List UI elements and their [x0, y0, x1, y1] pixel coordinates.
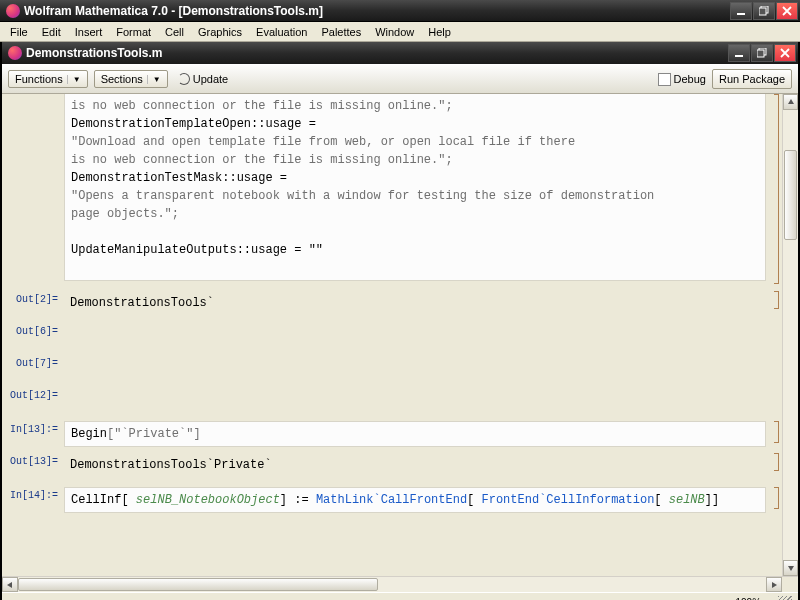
run-package-button[interactable]: Run Package [712, 69, 792, 89]
app-title: Wolfram Mathematica 7.0 - [Demonstration… [24, 4, 729, 18]
resize-grip[interactable] [778, 596, 792, 601]
output-cell-12[interactable] [64, 387, 766, 411]
scroll-left-button[interactable] [2, 577, 18, 592]
cell-label-out6: Out[6]= [2, 323, 64, 337]
scroll-up-button[interactable] [783, 94, 798, 110]
notebook-pane[interactable]: is no web connection or the file is miss… [2, 94, 782, 576]
svg-rect-2 [759, 8, 766, 15]
code-row: In[13]:= Begin["`Private`"] [2, 421, 782, 447]
svg-rect-3 [735, 55, 743, 57]
debug-checkbox[interactable] [658, 73, 671, 86]
doc-title: DemonstrationsTools.m [26, 46, 727, 60]
window-controls [729, 2, 798, 20]
scroll-track-h[interactable] [18, 577, 766, 592]
functions-label: Functions [15, 73, 63, 85]
input-cell-14[interactable]: CellInf[ selNB_NotebookObject] := MathLi… [64, 487, 766, 513]
menu-help[interactable]: Help [421, 24, 458, 40]
code-row: Out[2]= DemonstrationsTools` [2, 291, 782, 315]
scroll-thumb-h[interactable] [18, 578, 378, 591]
menu-cell[interactable]: Cell [158, 24, 191, 40]
restore-button[interactable] [753, 2, 775, 20]
statusbar: 100% ▼ [2, 592, 798, 600]
cell-label-in14: In[14]:= [2, 487, 64, 501]
cell-label-out12: Out[12]= [2, 387, 64, 401]
menu-insert[interactable]: Insert [68, 24, 110, 40]
refresh-icon [178, 73, 190, 85]
menu-file[interactable]: File [3, 24, 35, 40]
menu-evaluation[interactable]: Evaluation [249, 24, 314, 40]
content-area: is no web connection or the file is miss… [2, 94, 798, 576]
minimize-button[interactable] [730, 2, 752, 20]
chevron-down-icon: ▼ [147, 75, 161, 84]
cell-label-blank [2, 94, 64, 97]
app-titlebar: Wolfram Mathematica 7.0 - [Demonstration… [0, 0, 800, 22]
cell-label-out13: Out[13]= [2, 453, 64, 467]
functions-dropdown[interactable]: Functions ▼ [8, 70, 88, 88]
output-cell-6[interactable] [64, 323, 766, 347]
scroll-thumb[interactable] [784, 150, 797, 240]
doc-minimize-button[interactable] [728, 44, 750, 62]
debug-label: Debug [674, 73, 706, 85]
cell-label-in13: In[13]:= [2, 421, 64, 435]
debug-checkbox-wrap[interactable]: Debug [658, 73, 706, 86]
code-row: Out[7]= [2, 355, 782, 379]
update-link[interactable]: Update [178, 73, 228, 85]
menu-edit[interactable]: Edit [35, 24, 68, 40]
code-row: Out[6]= [2, 323, 782, 347]
chevron-down-icon: ▼ [67, 75, 81, 84]
cell-label-out7: Out[7]= [2, 355, 64, 369]
input-cell-13[interactable]: Begin["`Private`"] [64, 421, 766, 447]
menu-window[interactable]: Window [368, 24, 421, 40]
doc-restore-button[interactable] [751, 44, 773, 62]
toolbar: Functions ▼ Sections ▼ Update Debug Run … [2, 64, 798, 94]
scroll-down-button[interactable] [783, 560, 798, 576]
output-cell-2[interactable]: DemonstrationsTools` [64, 291, 766, 315]
input-cell-top[interactable]: is no web connection or the file is miss… [64, 94, 766, 281]
vertical-scrollbar[interactable] [782, 94, 798, 576]
menubar: File Edit Insert Format Cell Graphics Ev… [0, 22, 800, 42]
app-icon [6, 4, 20, 18]
doc-window-controls [727, 44, 796, 62]
code-row: In[14]:= CellInf[ selNB_NotebookObject] … [2, 487, 782, 513]
doc-icon [8, 46, 22, 60]
svg-rect-5 [757, 50, 764, 57]
code-row: is no web connection or the file is miss… [2, 94, 782, 281]
menu-palettes[interactable]: Palettes [314, 24, 368, 40]
output-cell-7[interactable] [64, 355, 766, 379]
sections-dropdown[interactable]: Sections ▼ [94, 70, 168, 88]
close-button[interactable] [776, 2, 798, 20]
menu-graphics[interactable]: Graphics [191, 24, 249, 40]
horizontal-scrollbar[interactable] [2, 576, 798, 592]
code-row: Out[12]= [2, 387, 782, 411]
code-row: Out[13]= DemonstrationsTools`Private` [2, 453, 782, 477]
doc-close-button[interactable] [774, 44, 796, 62]
scroll-right-button[interactable] [766, 577, 782, 592]
menu-format[interactable]: Format [109, 24, 158, 40]
sections-label: Sections [101, 73, 143, 85]
document-titlebar: DemonstrationsTools.m [2, 42, 798, 64]
update-label: Update [193, 73, 228, 85]
cell-label-out2: Out[2]= [2, 291, 64, 305]
scroll-track[interactable] [783, 110, 798, 560]
output-cell-13[interactable]: DemonstrationsTools`Private` [64, 453, 766, 477]
svg-rect-0 [737, 13, 745, 15]
